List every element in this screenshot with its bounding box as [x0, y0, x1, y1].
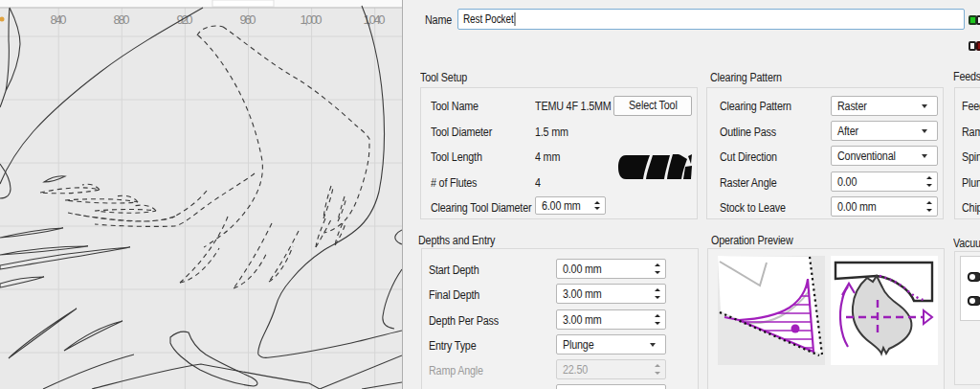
svg-text:840: 840 [51, 12, 67, 27]
svg-text:1,000: 1,000 [301, 12, 323, 27]
svg-text:880: 880 [114, 12, 130, 27]
svg-text:960: 960 [240, 12, 256, 27]
